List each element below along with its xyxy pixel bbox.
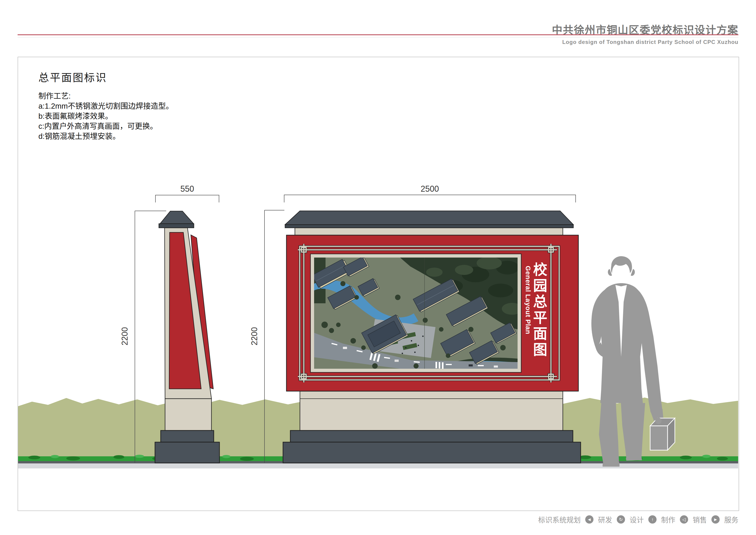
ground-strip <box>18 464 738 468</box>
arrow-up-circle-icon: ↑ <box>648 515 657 523</box>
footer-step: ► 服务 <box>712 514 739 524</box>
footer-step: ↑ 制作 <box>648 514 675 524</box>
sign-title-cn: 校园总平面图 <box>530 262 547 365</box>
front-sign-roof <box>285 211 573 225</box>
triangle-left-circle-icon: ◁ <box>680 515 688 523</box>
footer-step-label: 制作 <box>661 514 675 524</box>
side-sign-cap-bar <box>159 224 194 228</box>
chevron-left-circle-icon: ◄ <box>585 515 593 523</box>
footer-step-label: 研发 <box>598 514 612 524</box>
dimension-side-width <box>155 195 219 202</box>
front-sign-base <box>300 391 563 431</box>
figure-hair <box>611 256 632 273</box>
footer-step-label: 服务 <box>724 514 739 524</box>
front-height-label: 2200 <box>250 327 259 345</box>
footer-step: ◄ 研发 <box>585 514 612 524</box>
side-sign-base <box>165 399 211 431</box>
footer-step-label: 销售 <box>693 514 707 524</box>
footer-step: ◁ 销售 <box>680 514 707 524</box>
front-sign-step-lower <box>283 442 580 463</box>
briefcase <box>650 418 675 450</box>
design-sheet: 中共徐州市铜山区委党校标识设计方案 Logo design of Tongsha… <box>0 0 756 535</box>
elevation-drawing: 550 2500 2200 2200 <box>0 0 756 535</box>
human-figure <box>591 256 675 466</box>
side-height-label: 2200 <box>120 327 129 345</box>
side-sign-cap <box>160 211 194 224</box>
footer-step: ↻ 设计 <box>617 514 644 524</box>
footer-step-label: 设计 <box>630 514 644 524</box>
footer-services-bar: 标识系统规划 ◄ 研发 ↻ 设计 ↑ 制作 ◁ 销售 ► 服务 <box>538 514 739 524</box>
side-sign-step-lower <box>155 442 220 463</box>
front-sign-step-upper <box>290 431 573 442</box>
side-sign-step-upper <box>161 431 214 442</box>
footer-brand-label: 标识系统规划 <box>538 514 580 524</box>
dimension-front-width <box>284 195 576 202</box>
play-right-circle-icon: ► <box>712 515 720 523</box>
front-sign-roof-fascia <box>285 225 573 228</box>
rotate-circle-icon: ↻ <box>617 515 625 523</box>
side-width-label: 550 <box>180 184 194 193</box>
campus-aerial-photo <box>312 256 522 369</box>
sign-title-en: General Layout Plan <box>524 266 532 337</box>
front-sign-top-band <box>295 228 563 235</box>
front-width-label: 2500 <box>420 184 439 193</box>
